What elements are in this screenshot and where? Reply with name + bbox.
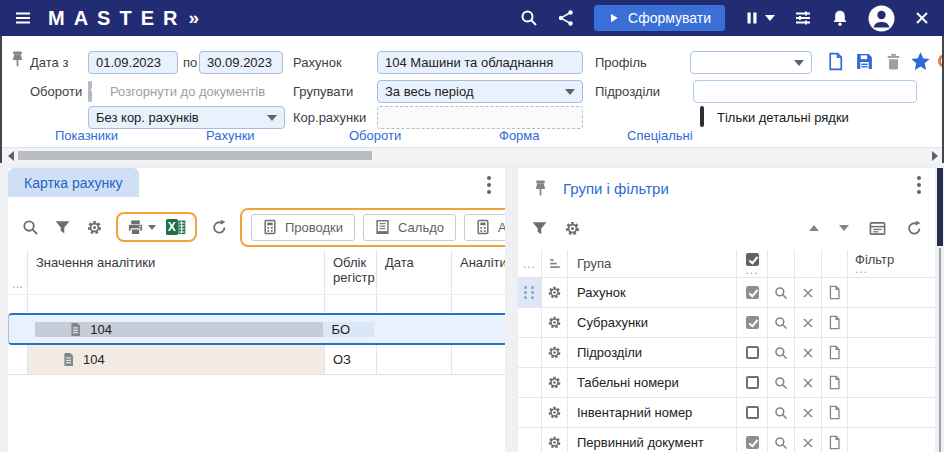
group-row-account[interactable]: Рахунок bbox=[518, 278, 935, 308]
corr-accounts-input[interactable] bbox=[377, 106, 583, 129]
horizontal-scrollbar[interactable] bbox=[0, 148, 944, 163]
gear-icon[interactable] bbox=[564, 220, 581, 237]
table-row[interactable]: 104 БО bbox=[8, 313, 505, 345]
filter-value[interactable] bbox=[848, 278, 935, 307]
date-from-input[interactable]: 01.09.2023 bbox=[88, 51, 178, 74]
app-logo[interactable]: MASTER » bbox=[48, 7, 199, 30]
row-menu-column-header[interactable]: ... bbox=[8, 250, 28, 294]
group-checkbox[interactable] bbox=[746, 286, 759, 299]
group-row-primary-document[interactable]: Первинний документ bbox=[518, 428, 935, 452]
corr-accounts-mode-select[interactable]: Без кор. рахунків bbox=[88, 106, 285, 129]
share-icon[interactable] bbox=[557, 9, 575, 27]
gear-icon[interactable] bbox=[547, 375, 562, 390]
generate-button[interactable]: Сформувати bbox=[594, 5, 725, 31]
vertical-scrollbar-track[interactable] bbox=[939, 248, 941, 452]
excel-export-icon[interactable] bbox=[165, 218, 186, 236]
tab-accounts[interactable]: Рахунки bbox=[206, 128, 255, 143]
panel-menu-icon[interactable] bbox=[917, 176, 921, 197]
gear-icon[interactable] bbox=[86, 219, 103, 236]
tab-account-card[interactable]: Картка рахунку bbox=[8, 168, 139, 197]
table-filter-row[interactable] bbox=[8, 295, 505, 313]
scroll-right-arrow[interactable] bbox=[932, 151, 938, 161]
group-select[interactable]: За весь період bbox=[377, 80, 583, 103]
tab-turnovers[interactable]: Обороти bbox=[349, 128, 401, 143]
group-checkbox[interactable] bbox=[746, 436, 759, 449]
bell-icon[interactable] bbox=[831, 9, 849, 27]
tab-form[interactable]: Форма bbox=[499, 128, 540, 143]
column-header-analytics[interactable]: Аналітика bbox=[452, 250, 505, 294]
new-profile-icon[interactable] bbox=[826, 52, 845, 71]
gear-icon[interactable] bbox=[547, 345, 562, 360]
column-header-group[interactable]: Група bbox=[568, 250, 737, 277]
group-row-personnel-numbers[interactable]: Табельні номери bbox=[518, 368, 935, 398]
select-all-checkbox[interactable] bbox=[746, 253, 759, 266]
move-down-icon[interactable] bbox=[839, 225, 849, 231]
balance-button[interactable]: Сальдо bbox=[363, 214, 456, 241]
filter-value[interactable] bbox=[848, 338, 935, 367]
group-checkbox[interactable] bbox=[746, 346, 759, 359]
document-icon[interactable] bbox=[828, 435, 841, 450]
clear-icon[interactable] bbox=[801, 406, 815, 420]
document-icon[interactable] bbox=[828, 375, 841, 390]
filter-icon[interactable] bbox=[531, 220, 548, 237]
move-up-icon[interactable] bbox=[809, 225, 819, 231]
profile-select[interactable] bbox=[690, 51, 812, 74]
clear-icon[interactable] bbox=[801, 286, 815, 300]
delete-profile-icon[interactable] bbox=[884, 52, 903, 71]
column-header-analytics-value[interactable]: Значення аналітики bbox=[28, 250, 325, 294]
column-header-register[interactable]: Облік регістр bbox=[325, 250, 377, 294]
subdivisions-input[interactable] bbox=[693, 80, 917, 103]
search-icon[interactable] bbox=[774, 316, 788, 330]
document-icon[interactable] bbox=[828, 285, 841, 300]
filter-value[interactable] bbox=[848, 428, 935, 452]
entries-button[interactable]: Проводки bbox=[251, 214, 355, 241]
filter-icon[interactable] bbox=[54, 219, 71, 236]
gear-icon[interactable] bbox=[547, 285, 562, 300]
column-header-enabled[interactable]: ... bbox=[737, 250, 768, 277]
drag-handle[interactable] bbox=[518, 278, 542, 307]
favorite-star-icon[interactable] bbox=[910, 51, 931, 72]
search-icon[interactable] bbox=[774, 376, 788, 390]
gear-icon[interactable] bbox=[547, 405, 562, 420]
expand-docs-checkbox[interactable] bbox=[88, 81, 92, 102]
clear-icon[interactable] bbox=[801, 346, 815, 360]
print-dropdown[interactable] bbox=[127, 219, 156, 236]
group-row-inventory-number[interactable]: Інвентарний номер bbox=[518, 398, 935, 428]
pin-icon[interactable] bbox=[8, 50, 27, 69]
clear-icon[interactable] bbox=[801, 376, 815, 390]
pause-dropdown[interactable] bbox=[744, 10, 775, 26]
detail-rows-checkbox[interactable] bbox=[700, 106, 704, 127]
group-checkbox[interactable] bbox=[746, 316, 759, 329]
scrollbar-thumb[interactable] bbox=[18, 151, 372, 160]
card-view-icon[interactable] bbox=[869, 220, 886, 237]
search-icon[interactable] bbox=[520, 9, 538, 27]
clear-icon[interactable] bbox=[801, 316, 815, 330]
levels-icon[interactable] bbox=[548, 257, 562, 271]
filter-value[interactable] bbox=[848, 398, 935, 427]
document-icon[interactable] bbox=[828, 405, 841, 420]
search-icon[interactable] bbox=[22, 219, 39, 236]
filter-value[interactable] bbox=[848, 368, 935, 397]
group-row-subdivisions[interactable]: Підрозділи bbox=[518, 338, 935, 368]
queue-icon[interactable] bbox=[794, 9, 812, 27]
hamburger-menu-icon[interactable] bbox=[14, 9, 32, 27]
clear-icon[interactable] bbox=[801, 436, 815, 450]
save-profile-icon[interactable] bbox=[855, 52, 874, 71]
document-icon[interactable] bbox=[828, 315, 841, 330]
account-input[interactable]: 104 Машини та обладнання bbox=[377, 51, 583, 74]
gear-icon[interactable] bbox=[547, 435, 562, 450]
search-icon[interactable] bbox=[774, 346, 788, 360]
table-row[interactable]: 104 ОЗ bbox=[8, 345, 505, 375]
column-header-filter[interactable]: Фільтр ... bbox=[848, 250, 935, 277]
filter-value[interactable] bbox=[848, 308, 935, 337]
panel-menu-icon[interactable] bbox=[487, 176, 491, 197]
search-icon[interactable] bbox=[774, 406, 788, 420]
avatar[interactable] bbox=[868, 5, 895, 32]
group-checkbox[interactable] bbox=[746, 406, 759, 419]
search-icon[interactable] bbox=[774, 436, 788, 450]
account-analysis-button[interactable]: Аналіз рахунку bbox=[464, 214, 505, 241]
column-header-date[interactable]: Дата bbox=[377, 250, 452, 294]
pin-icon[interactable] bbox=[531, 179, 550, 198]
group-checkbox[interactable] bbox=[746, 376, 759, 389]
scroll-left-arrow[interactable] bbox=[8, 151, 14, 161]
